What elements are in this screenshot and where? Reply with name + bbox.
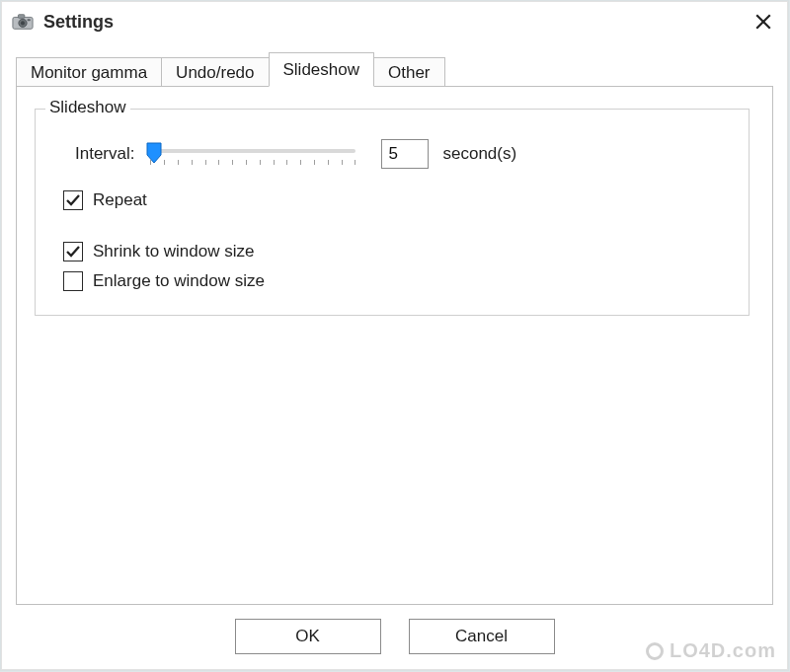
tab-slideshow[interactable]: Slideshow <box>269 52 375 87</box>
close-icon <box>755 14 771 30</box>
check-icon <box>65 192 81 208</box>
repeat-checkbox[interactable] <box>63 190 83 210</box>
settings-dialog: Settings Monitor gamma Undo/redo Slidesh… <box>1 1 788 670</box>
interval-slider[interactable] <box>144 140 361 168</box>
svg-rect-4 <box>28 19 31 21</box>
interval-row: Interval: second(s) <box>75 139 731 169</box>
ok-button[interactable]: OK <box>235 619 381 654</box>
interval-label: Interval: <box>75 144 134 164</box>
dialog-body: Monitor gamma Undo/redo Slideshow Other … <box>2 41 787 654</box>
shrink-checkbox[interactable] <box>63 242 83 261</box>
enlarge-checkbox[interactable] <box>63 271 83 291</box>
tab-monitor-gamma[interactable]: Monitor gamma <box>16 57 162 88</box>
app-icon <box>12 11 34 33</box>
repeat-row: Repeat <box>63 190 731 210</box>
repeat-label: Repeat <box>93 190 147 210</box>
slider-ticks <box>150 160 356 166</box>
shrink-label: Shrink to window size <box>93 242 254 261</box>
shrink-row: Shrink to window size <box>63 242 731 261</box>
window-title: Settings <box>43 12 114 33</box>
interval-input[interactable] <box>381 139 429 169</box>
titlebar: Settings <box>2 2 787 41</box>
slider-thumb[interactable] <box>146 142 162 164</box>
close-button[interactable] <box>750 8 777 36</box>
slideshow-groupbox: Slideshow Interval: <box>35 109 750 316</box>
interval-unit: second(s) <box>442 144 516 164</box>
enlarge-row: Enlarge to window size <box>63 271 731 291</box>
tabstrip: Monitor gamma Undo/redo Slideshow Other <box>16 51 773 86</box>
groupbox-legend: Slideshow <box>45 98 130 117</box>
dialog-buttons: OK Cancel <box>16 619 773 654</box>
tab-undo-redo[interactable]: Undo/redo <box>161 57 269 88</box>
enlarge-label: Enlarge to window size <box>93 271 265 291</box>
svg-rect-1 <box>18 15 24 19</box>
tab-other[interactable]: Other <box>373 57 445 88</box>
slider-track <box>150 149 356 153</box>
tabpanel-slideshow: Slideshow Interval: <box>16 86 773 605</box>
cancel-button[interactable]: Cancel <box>409 619 555 654</box>
svg-point-3 <box>21 21 25 25</box>
check-icon <box>65 244 81 260</box>
